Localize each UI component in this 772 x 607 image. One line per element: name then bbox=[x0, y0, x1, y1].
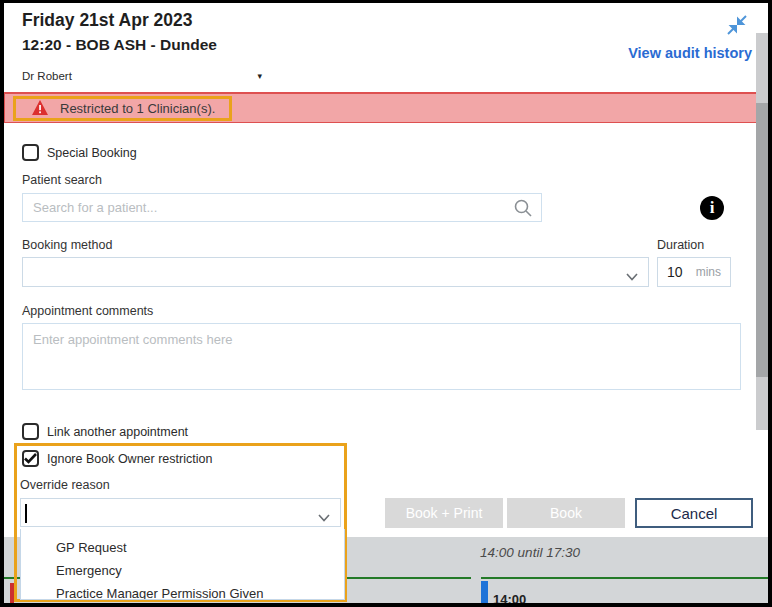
search-icon[interactable] bbox=[513, 198, 533, 222]
override-reason-label: Override reason bbox=[20, 478, 110, 492]
clinician-select-value: Dr Robert bbox=[22, 70, 72, 82]
chevron-down-icon bbox=[318, 508, 330, 526]
checkbox-checked-icon bbox=[22, 450, 39, 467]
booking-method-label: Booking method bbox=[22, 238, 112, 252]
appointment-slot-marker bbox=[481, 581, 488, 603]
screenshot-frame: Friday 21st Apr 2023 12:20 - BOB ASH - D… bbox=[0, 0, 772, 607]
cancel-button[interactable]: Cancel bbox=[635, 498, 753, 528]
book-print-button[interactable]: Book + Print bbox=[385, 498, 503, 528]
book-button[interactable]: Book bbox=[507, 498, 625, 528]
booking-method-select[interactable] bbox=[22, 257, 649, 287]
patient-search-label: Patient search bbox=[22, 173, 102, 187]
clinician-select[interactable]: Dr Robert ▾ bbox=[22, 67, 262, 85]
appointment-slot: 12:20 - BOB ASH - Dundee bbox=[22, 36, 217, 54]
duration-unit-label: mins bbox=[696, 265, 721, 279]
checkbox-unchecked-icon bbox=[22, 144, 39, 161]
appointment-comments-textarea[interactable] bbox=[22, 323, 741, 390]
ignore-restriction-checkbox[interactable]: Ignore Book Owner restriction bbox=[22, 450, 212, 467]
scrollbar-track[interactable] bbox=[756, 33, 768, 430]
frame-bottom-border bbox=[0, 603, 772, 607]
text-cursor bbox=[25, 504, 27, 523]
chevron-down-icon bbox=[626, 267, 638, 285]
ignore-restriction-label: Ignore Book Owner restriction bbox=[47, 452, 212, 466]
info-icon[interactable]: i bbox=[700, 196, 724, 220]
caret-down-icon: ▾ bbox=[257, 71, 262, 81]
duration-label: Duration bbox=[657, 238, 731, 252]
link-appointment-checkbox[interactable]: Link another appointment bbox=[22, 423, 188, 440]
link-appointment-label: Link another appointment bbox=[47, 425, 188, 439]
override-options-dropdown: GP Request Emergency Practice Manager Pe… bbox=[20, 529, 345, 600]
special-booking-label: Special Booking bbox=[47, 146, 137, 160]
patient-search-field bbox=[22, 193, 542, 222]
patient-search-input[interactable] bbox=[23, 194, 541, 221]
dropdown-option[interactable]: GP Request bbox=[21, 536, 344, 559]
restriction-banner-text: Restricted to 1 Clinician(s). bbox=[60, 101, 215, 116]
override-reason-select[interactable] bbox=[20, 498, 341, 527]
duration-input[interactable] bbox=[667, 264, 693, 280]
session-time-range: 14:00 until 17:30 bbox=[420, 545, 640, 560]
appointment-date: Friday 21st Apr 2023 bbox=[22, 10, 193, 31]
checkbox-unchecked-icon bbox=[22, 423, 39, 440]
duration-field: mins bbox=[657, 257, 731, 287]
scrollbar-thumb[interactable] bbox=[756, 103, 768, 377]
appointment-comments-label: Appointment comments bbox=[22, 304, 153, 318]
special-booking-checkbox[interactable]: Special Booking bbox=[22, 144, 137, 161]
dropdown-option[interactable]: Practice Manager Permission Given bbox=[21, 582, 344, 600]
collapse-icon[interactable] bbox=[724, 12, 750, 38]
view-audit-history-link[interactable]: View audit history bbox=[560, 45, 752, 61]
restriction-banner: Restricted to 1 Clinician(s). bbox=[4, 92, 758, 123]
slot-indicator-red bbox=[10, 583, 14, 603]
warning-icon bbox=[31, 99, 49, 120]
dropdown-option[interactable]: Emergency bbox=[21, 559, 344, 582]
session-divider-line bbox=[481, 577, 768, 579]
